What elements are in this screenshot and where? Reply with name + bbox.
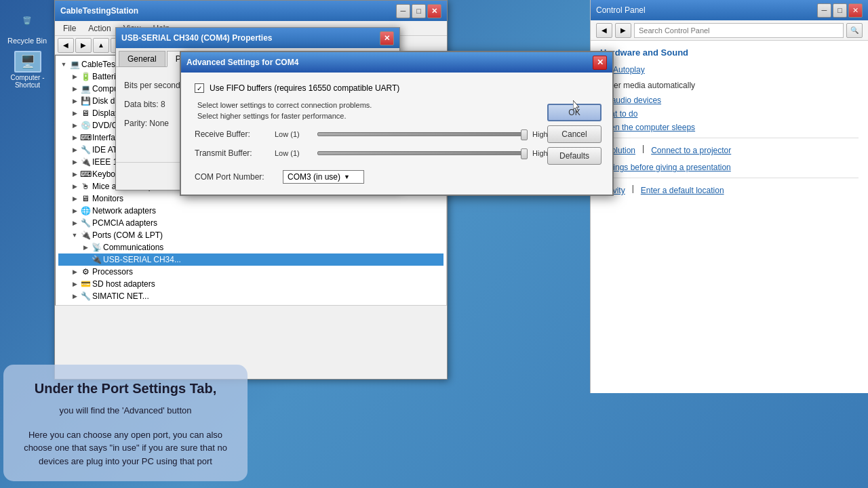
computer-icon: 💻: [69, 59, 80, 70]
fifo-checkbox[interactable]: ✓: [195, 83, 204, 93]
info-text-1: Select lower settings to correct connect…: [195, 101, 599, 109]
cp-pipe2: |: [632, 184, 634, 193]
cp-close-button[interactable]: ✕: [848, 3, 863, 18]
tree-pcmcia[interactable]: ▶ 🔧 PCMCIA adapters: [58, 217, 443, 229]
tree-usb-serial[interactable]: 🔌 USB-SERIAL CH34...: [58, 253, 443, 266]
network-icon: 🌐: [80, 205, 91, 216]
tab-general[interactable]: General: [119, 51, 165, 66]
menu-file[interactable]: File: [58, 22, 81, 35]
expand-sd-icon[interactable]: ▶: [69, 279, 80, 289]
advanced-defaults-btn[interactable]: Defaults: [547, 147, 601, 165]
annotation-body: Here you can choose any open port, you c…: [17, 428, 234, 468]
tree-network[interactable]: ▶ 🌐 Network adapters: [58, 205, 443, 217]
ieee-icon: 🔌: [80, 157, 91, 167]
expand-dvd-icon[interactable]: ▶: [69, 120, 80, 131]
annotation-title: Under the Port Settings Tab,: [17, 378, 234, 399]
expand-processors-icon[interactable]: ▶: [69, 266, 80, 277]
tree-expand-icon[interactable]: ▼: [58, 59, 69, 70]
expand-ports-icon[interactable]: ▼: [69, 230, 80, 241]
cp-location-link[interactable]: Enter a default location: [641, 186, 724, 195]
cp-maximize-button[interactable]: □: [833, 3, 847, 18]
tree-processors[interactable]: ▶ ⚙ Processors: [58, 266, 443, 278]
tree-network-label: Network adapters: [92, 206, 156, 216]
desktop: 🗑️ Recycle Bin 🖥️ Computer -Shortcut Cab…: [0, 0, 868, 488]
expand-disk-icon[interactable]: ▶: [69, 96, 80, 106]
control-panel-title: Control Panel: [596, 5, 646, 15]
computer-shortcut-label: Computer -Shortcut: [10, 74, 44, 89]
annotation-subtitle: you will find the 'Advanced' button: [17, 404, 234, 418]
expand-batteries-icon[interactable]: ▶: [69, 71, 80, 82]
expand-hid-icon[interactable]: ▶: [69, 132, 80, 143]
device-manager-titlebar: CableTestingStation ─ □ ✕: [55, 1, 447, 21]
receive-buffer-label: Receive Buffer:: [195, 129, 269, 139]
cp-settings-link[interactable]: settings before giving a presentation: [600, 163, 731, 172]
control-panel-content: Hardware and Sound ▶ Autoplay ...ther me…: [591, 41, 868, 393]
disk-icon: 💾: [80, 96, 91, 106]
cp-separator1: [600, 138, 859, 138]
cp-autoplay-desc: ...ther media automatically: [600, 81, 859, 90]
expand-network-icon[interactable]: ▶: [69, 205, 80, 216]
advanced-close-btn[interactable]: ✕: [593, 56, 607, 70]
simatic-icon: 🔧: [80, 291, 91, 302]
receive-buffer-row: Receive Buffer: Low (1) High (14) (14): [195, 129, 599, 139]
tree-simatic[interactable]: ▶ 🔧 SIMATIC NET...: [58, 290, 443, 302]
transmit-buffer-row: Transmit Buffer: Low (1) High (16) (16): [195, 148, 599, 158]
cp-autoplay-link[interactable]: Autoplay: [613, 65, 645, 75]
expand-monitors-icon[interactable]: ▶: [69, 193, 80, 204]
tree-usbserial-label: USB-SERIAL CH34...: [103, 255, 181, 264]
minimize-button[interactable]: ─: [396, 4, 410, 18]
mice-icon: 🖱: [80, 181, 91, 192]
tree-monitors-label: Monitors: [92, 194, 123, 203]
tree-communications[interactable]: ▶ 📡 Communications: [58, 241, 443, 253]
forward-button[interactable]: ▶: [75, 38, 92, 53]
recycle-bin-icon[interactable]: 🗑️ Recycle Bin: [7, 7, 47, 45]
expand-simatic-icon[interactable]: ▶: [69, 291, 80, 302]
cp-pipe1: |: [642, 144, 644, 153]
annotation-box: Under the Port Settings Tab, you will fi…: [3, 365, 248, 481]
transmit-buffer-label: Transmit Buffer:: [195, 148, 269, 158]
transmit-slider[interactable]: [317, 151, 527, 155]
maximize-button[interactable]: □: [412, 4, 426, 18]
search-input[interactable]: [634, 23, 844, 38]
receive-slider[interactable]: [317, 132, 527, 136]
tree-sd-label: SD host adapters: [92, 279, 155, 289]
computer-tree-icon: 💻: [80, 83, 91, 94]
cp-search-btn[interactable]: 🔍: [846, 23, 863, 38]
cp-forward-btn[interactable]: ▶: [615, 23, 631, 38]
expand-pcmcia-icon[interactable]: ▶: [69, 218, 80, 228]
ide-icon: 🔧: [80, 144, 91, 155]
cp-minimize-button[interactable]: ─: [817, 3, 831, 18]
computer-shortcut-icon[interactable]: 🖥️ Computer -Shortcut: [5, 51, 50, 89]
cp-sleep-link[interactable]: when the computer sleeps: [600, 123, 695, 132]
device-manager-title: CableTestingStation: [60, 6, 138, 16]
expand-usbserial-icon[interactable]: [80, 254, 91, 265]
advanced-settings-dialog: Advanced Settings for COM4 ✕ ✓ Use FIFO …: [180, 51, 614, 196]
advanced-ok-btn[interactable]: OK: [547, 104, 601, 121]
expand-keyboards-icon[interactable]: ▶: [69, 169, 80, 180]
expand-ieee-icon[interactable]: ▶: [69, 157, 80, 167]
expand-display-icon[interactable]: ▶: [69, 108, 80, 119]
tree-sd[interactable]: ▶ 💳 SD host adapters: [58, 278, 443, 290]
advanced-settings-titlebar: Advanced Settings for COM4 ✕: [181, 52, 612, 73]
control-panel-window: Control Panel ─ □ ✕ ◀ ▶ 🔍 Hardware and S…: [590, 0, 868, 393]
expand-computer-icon[interactable]: ▶: [69, 83, 80, 94]
fifo-row: ✓ Use FIFO buffers (requires 16550 compa…: [195, 83, 599, 93]
cp-projector-link[interactable]: Connect to a projector: [651, 146, 731, 155]
up-button[interactable]: ▲: [93, 38, 109, 53]
cp-back-btn[interactable]: ◀: [596, 23, 612, 38]
com-port-dropdown[interactable]: COM3 (in use) ▼: [283, 170, 364, 184]
tree-ports[interactable]: ▼ 🔌 Ports (COM & LPT): [58, 229, 443, 241]
expand-mice-icon[interactable]: ▶: [69, 181, 80, 192]
transmit-low-label: Low (1): [275, 149, 312, 157]
com-port-row: COM Port Number: COM3 (in use) ▼: [195, 170, 599, 184]
back-button[interactable]: ◀: [58, 38, 74, 53]
close-button[interactable]: ✕: [427, 4, 441, 18]
comms-icon: 📡: [91, 242, 102, 253]
usb-props-titlebar: USB-SERIAL CH340 (COM4) Properties ✕: [116, 28, 399, 48]
usb-props-close-btn[interactable]: ✕: [380, 31, 394, 45]
expand-comms-icon[interactable]: ▶: [80, 242, 91, 253]
advanced-cancel-btn[interactable]: Cancel: [547, 125, 601, 143]
expand-ide-icon[interactable]: ▶: [69, 144, 80, 155]
ports-icon: 🔌: [80, 230, 91, 241]
menu-action[interactable]: Action: [83, 22, 116, 35]
